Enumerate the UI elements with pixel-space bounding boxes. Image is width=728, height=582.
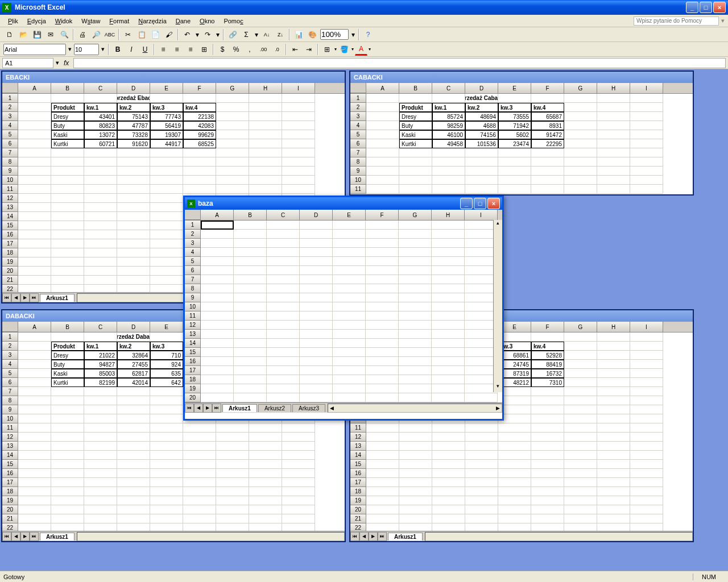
cell[interactable]: 22138 bbox=[183, 112, 216, 121]
cell[interactable] bbox=[18, 257, 51, 267]
cell[interactable] bbox=[300, 339, 333, 348]
cell[interactable] bbox=[249, 176, 282, 185]
cell[interactable] bbox=[498, 478, 531, 487]
underline-button[interactable]: U bbox=[139, 43, 151, 56]
row-header[interactable]: 13 bbox=[2, 203, 18, 212]
cell[interactable]: Dresy bbox=[51, 112, 84, 121]
cell[interactable] bbox=[300, 284, 333, 293]
cell[interactable] bbox=[399, 384, 432, 393]
cell[interactable] bbox=[366, 248, 399, 257]
cell[interactable] bbox=[249, 514, 282, 523]
col-header[interactable]: C bbox=[267, 210, 300, 220]
cell[interactable] bbox=[597, 351, 630, 360]
cell[interactable] bbox=[531, 523, 564, 531]
cell[interactable] bbox=[18, 167, 51, 176]
cell[interactable] bbox=[564, 514, 597, 523]
menu-narzedzia[interactable]: Narzędzia bbox=[134, 16, 171, 26]
cell[interactable] bbox=[597, 94, 630, 103]
cell[interactable]: kw.4 bbox=[531, 103, 564, 112]
borders-icon[interactable]: ⊞ bbox=[321, 43, 333, 56]
cell[interactable] bbox=[333, 321, 366, 330]
format-painter-icon[interactable]: 🖌 bbox=[163, 28, 175, 41]
row-header[interactable]: 9 bbox=[350, 167, 366, 176]
cell[interactable] bbox=[300, 239, 333, 248]
paste-icon[interactable]: 📄 bbox=[149, 28, 162, 41]
cell[interactable] bbox=[531, 514, 564, 523]
cell[interactable] bbox=[51, 148, 84, 157]
cell[interactable] bbox=[564, 487, 597, 496]
cell[interactable] bbox=[432, 275, 465, 284]
sheet-tab-3[interactable]: Arkusz3 bbox=[292, 404, 325, 412]
cell[interactable]: Buty bbox=[51, 121, 84, 130]
row-header[interactable]: 18 bbox=[185, 375, 201, 384]
cell[interactable] bbox=[432, 311, 465, 321]
cell[interactable] bbox=[150, 387, 183, 396]
tab-prev-icon[interactable]: ◀ bbox=[359, 532, 369, 541]
cell[interactable] bbox=[300, 257, 333, 266]
align-right-icon[interactable]: ≡ bbox=[184, 43, 197, 56]
cell[interactable]: Sprzedaż Ebacki bbox=[117, 94, 150, 103]
cell[interactable] bbox=[117, 248, 150, 257]
cell[interactable] bbox=[597, 514, 630, 523]
cell[interactable] bbox=[597, 369, 630, 378]
cell[interactable] bbox=[234, 248, 267, 257]
cell[interactable] bbox=[564, 157, 597, 167]
cell[interactable] bbox=[150, 451, 183, 460]
tab-prev-icon[interactable]: ◀ bbox=[11, 293, 20, 302]
cell[interactable] bbox=[366, 275, 399, 284]
row-header[interactable]: 8 bbox=[2, 157, 18, 167]
row-header[interactable]: 16 bbox=[2, 469, 18, 478]
cell[interactable] bbox=[117, 523, 150, 531]
cell[interactable]: 710 bbox=[150, 351, 183, 360]
row-header[interactable]: 7 bbox=[2, 387, 18, 396]
horizontal-scrollbar[interactable]: ◀ ▶ bbox=[328, 404, 502, 413]
cell[interactable] bbox=[18, 460, 51, 469]
menu-format[interactable]: Format bbox=[105, 16, 134, 26]
row-header[interactable]: 20 bbox=[2, 267, 18, 276]
row-header[interactable]: 13 bbox=[185, 330, 201, 339]
cell[interactable] bbox=[498, 496, 531, 505]
row-header[interactable]: 9 bbox=[2, 405, 18, 414]
cell[interactable] bbox=[432, 375, 465, 384]
cell[interactable] bbox=[630, 130, 663, 139]
cell[interactable] bbox=[432, 167, 465, 176]
cell[interactable] bbox=[366, 505, 399, 514]
cell[interactable] bbox=[84, 478, 117, 487]
menu-widok[interactable]: Widok bbox=[51, 16, 77, 26]
cell[interactable] bbox=[249, 121, 282, 130]
cell[interactable] bbox=[18, 121, 51, 130]
decrease-indent-icon[interactable]: ⇤ bbox=[289, 43, 301, 56]
cell[interactable] bbox=[300, 375, 333, 384]
cell[interactable] bbox=[366, 239, 399, 248]
sheet-tab[interactable]: Arkusz1 bbox=[388, 533, 423, 541]
row-header[interactable]: 11 bbox=[350, 185, 366, 194]
cell[interactable] bbox=[597, 460, 630, 469]
cell[interactable] bbox=[282, 423, 315, 433]
cell[interactable] bbox=[216, 121, 249, 130]
cell[interactable] bbox=[84, 433, 117, 442]
cell[interactable]: Kurtki bbox=[399, 139, 432, 148]
cell[interactable] bbox=[234, 384, 267, 393]
row-header[interactable]: 4 bbox=[2, 121, 18, 130]
cell[interactable] bbox=[366, 185, 399, 194]
cell[interactable] bbox=[18, 130, 51, 139]
row-header[interactable]: 11 bbox=[350, 423, 366, 433]
cell[interactable]: 94827 bbox=[84, 360, 117, 369]
cell[interactable] bbox=[531, 332, 564, 342]
font-size-selector[interactable] bbox=[74, 44, 99, 55]
cell[interactable] bbox=[465, 167, 498, 176]
formula-input[interactable] bbox=[73, 58, 726, 68]
row-header[interactable]: 7 bbox=[185, 275, 201, 284]
row-header[interactable]: 17 bbox=[350, 478, 366, 487]
cell[interactable] bbox=[216, 103, 249, 112]
cell[interactable] bbox=[18, 203, 51, 212]
help-dropdown-icon[interactable]: ▾ bbox=[721, 17, 725, 24]
cell[interactable] bbox=[399, 311, 432, 321]
cell[interactable] bbox=[432, 423, 465, 433]
cell[interactable]: kw.3 bbox=[150, 342, 183, 351]
cell[interactable] bbox=[282, 460, 315, 469]
cell[interactable] bbox=[333, 248, 366, 257]
cell[interactable] bbox=[564, 103, 597, 112]
cell[interactable] bbox=[117, 212, 150, 221]
undo-dropdown-icon[interactable]: ▾ bbox=[195, 28, 200, 41]
